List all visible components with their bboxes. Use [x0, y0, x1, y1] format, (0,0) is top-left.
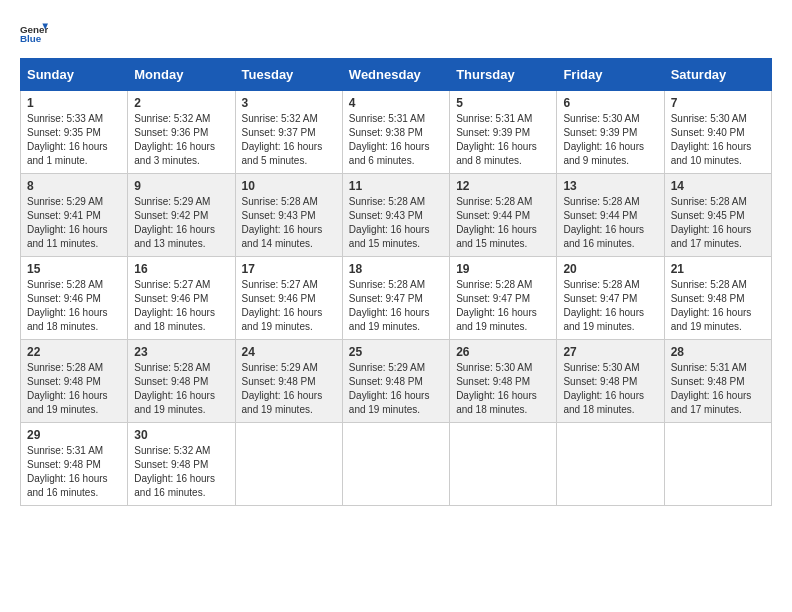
day-info: Sunrise: 5:30 AMSunset: 9:39 PMDaylight:… — [563, 112, 657, 168]
calendar-header-sunday: Sunday — [21, 59, 128, 91]
calendar-cell: 26Sunrise: 5:30 AMSunset: 9:48 PMDayligh… — [450, 340, 557, 423]
day-info: Sunrise: 5:29 AMSunset: 9:48 PMDaylight:… — [349, 361, 443, 417]
calendar-cell: 10Sunrise: 5:28 AMSunset: 9:43 PMDayligh… — [235, 174, 342, 257]
calendar-cell: 24Sunrise: 5:29 AMSunset: 9:48 PMDayligh… — [235, 340, 342, 423]
calendar-header-thursday: Thursday — [450, 59, 557, 91]
svg-text:Blue: Blue — [20, 33, 42, 44]
day-number: 19 — [456, 262, 550, 276]
day-info: Sunrise: 5:30 AMSunset: 9:48 PMDaylight:… — [563, 361, 657, 417]
day-info: Sunrise: 5:29 AMSunset: 9:48 PMDaylight:… — [242, 361, 336, 417]
day-number: 6 — [563, 96, 657, 110]
calendar-header-tuesday: Tuesday — [235, 59, 342, 91]
day-info: Sunrise: 5:28 AMSunset: 9:47 PMDaylight:… — [563, 278, 657, 334]
calendar-header-monday: Monday — [128, 59, 235, 91]
calendar-table: SundayMondayTuesdayWednesdayThursdayFrid… — [20, 58, 772, 506]
calendar-cell — [664, 423, 771, 506]
day-info: Sunrise: 5:31 AMSunset: 9:48 PMDaylight:… — [27, 444, 121, 500]
calendar-cell: 28Sunrise: 5:31 AMSunset: 9:48 PMDayligh… — [664, 340, 771, 423]
calendar-header-saturday: Saturday — [664, 59, 771, 91]
day-number: 13 — [563, 179, 657, 193]
calendar-cell: 27Sunrise: 5:30 AMSunset: 9:48 PMDayligh… — [557, 340, 664, 423]
day-number: 4 — [349, 96, 443, 110]
page-header: General Blue — [20, 20, 772, 48]
calendar-week-3: 15Sunrise: 5:28 AMSunset: 9:46 PMDayligh… — [21, 257, 772, 340]
calendar-cell: 5Sunrise: 5:31 AMSunset: 9:39 PMDaylight… — [450, 91, 557, 174]
calendar-cell: 22Sunrise: 5:28 AMSunset: 9:48 PMDayligh… — [21, 340, 128, 423]
day-number: 14 — [671, 179, 765, 193]
calendar-cell: 29Sunrise: 5:31 AMSunset: 9:48 PMDayligh… — [21, 423, 128, 506]
day-info: Sunrise: 5:31 AMSunset: 9:48 PMDaylight:… — [671, 361, 765, 417]
day-number: 30 — [134, 428, 228, 442]
calendar-cell: 6Sunrise: 5:30 AMSunset: 9:39 PMDaylight… — [557, 91, 664, 174]
calendar-cell: 25Sunrise: 5:29 AMSunset: 9:48 PMDayligh… — [342, 340, 449, 423]
day-number: 29 — [27, 428, 121, 442]
logo-icon: General Blue — [20, 20, 48, 48]
day-info: Sunrise: 5:30 AMSunset: 9:40 PMDaylight:… — [671, 112, 765, 168]
logo: General Blue — [20, 20, 48, 48]
calendar-cell: 19Sunrise: 5:28 AMSunset: 9:47 PMDayligh… — [450, 257, 557, 340]
day-info: Sunrise: 5:28 AMSunset: 9:48 PMDaylight:… — [134, 361, 228, 417]
calendar-week-2: 8Sunrise: 5:29 AMSunset: 9:41 PMDaylight… — [21, 174, 772, 257]
day-number: 10 — [242, 179, 336, 193]
calendar-cell: 2Sunrise: 5:32 AMSunset: 9:36 PMDaylight… — [128, 91, 235, 174]
day-info: Sunrise: 5:28 AMSunset: 9:47 PMDaylight:… — [456, 278, 550, 334]
day-info: Sunrise: 5:28 AMSunset: 9:43 PMDaylight:… — [349, 195, 443, 251]
calendar-cell: 23Sunrise: 5:28 AMSunset: 9:48 PMDayligh… — [128, 340, 235, 423]
day-number: 22 — [27, 345, 121, 359]
calendar-cell: 14Sunrise: 5:28 AMSunset: 9:45 PMDayligh… — [664, 174, 771, 257]
calendar-body: 1Sunrise: 5:33 AMSunset: 9:35 PMDaylight… — [21, 91, 772, 506]
day-number: 23 — [134, 345, 228, 359]
day-number: 5 — [456, 96, 550, 110]
calendar-cell: 30Sunrise: 5:32 AMSunset: 9:48 PMDayligh… — [128, 423, 235, 506]
day-number: 2 — [134, 96, 228, 110]
calendar-cell — [450, 423, 557, 506]
calendar-cell: 9Sunrise: 5:29 AMSunset: 9:42 PMDaylight… — [128, 174, 235, 257]
day-number: 1 — [27, 96, 121, 110]
day-number: 15 — [27, 262, 121, 276]
day-info: Sunrise: 5:27 AMSunset: 9:46 PMDaylight:… — [242, 278, 336, 334]
calendar-cell: 12Sunrise: 5:28 AMSunset: 9:44 PMDayligh… — [450, 174, 557, 257]
day-info: Sunrise: 5:28 AMSunset: 9:44 PMDaylight:… — [563, 195, 657, 251]
day-info: Sunrise: 5:30 AMSunset: 9:48 PMDaylight:… — [456, 361, 550, 417]
day-number: 21 — [671, 262, 765, 276]
day-info: Sunrise: 5:32 AMSunset: 9:36 PMDaylight:… — [134, 112, 228, 168]
day-info: Sunrise: 5:28 AMSunset: 9:43 PMDaylight:… — [242, 195, 336, 251]
day-number: 25 — [349, 345, 443, 359]
day-info: Sunrise: 5:32 AMSunset: 9:48 PMDaylight:… — [134, 444, 228, 500]
calendar-week-1: 1Sunrise: 5:33 AMSunset: 9:35 PMDaylight… — [21, 91, 772, 174]
day-info: Sunrise: 5:28 AMSunset: 9:47 PMDaylight:… — [349, 278, 443, 334]
day-info: Sunrise: 5:28 AMSunset: 9:44 PMDaylight:… — [456, 195, 550, 251]
day-info: Sunrise: 5:33 AMSunset: 9:35 PMDaylight:… — [27, 112, 121, 168]
day-number: 20 — [563, 262, 657, 276]
day-number: 17 — [242, 262, 336, 276]
day-info: Sunrise: 5:28 AMSunset: 9:48 PMDaylight:… — [27, 361, 121, 417]
calendar-cell: 21Sunrise: 5:28 AMSunset: 9:48 PMDayligh… — [664, 257, 771, 340]
day-info: Sunrise: 5:27 AMSunset: 9:46 PMDaylight:… — [134, 278, 228, 334]
day-info: Sunrise: 5:28 AMSunset: 9:46 PMDaylight:… — [27, 278, 121, 334]
calendar-cell: 20Sunrise: 5:28 AMSunset: 9:47 PMDayligh… — [557, 257, 664, 340]
calendar-cell: 15Sunrise: 5:28 AMSunset: 9:46 PMDayligh… — [21, 257, 128, 340]
calendar-header-wednesday: Wednesday — [342, 59, 449, 91]
calendar-cell — [557, 423, 664, 506]
calendar-header-friday: Friday — [557, 59, 664, 91]
calendar-cell: 17Sunrise: 5:27 AMSunset: 9:46 PMDayligh… — [235, 257, 342, 340]
calendar-cell: 11Sunrise: 5:28 AMSunset: 9:43 PMDayligh… — [342, 174, 449, 257]
day-number: 16 — [134, 262, 228, 276]
day-number: 27 — [563, 345, 657, 359]
day-info: Sunrise: 5:32 AMSunset: 9:37 PMDaylight:… — [242, 112, 336, 168]
day-number: 3 — [242, 96, 336, 110]
calendar-header-row: SundayMondayTuesdayWednesdayThursdayFrid… — [21, 59, 772, 91]
day-number: 8 — [27, 179, 121, 193]
day-info: Sunrise: 5:28 AMSunset: 9:45 PMDaylight:… — [671, 195, 765, 251]
calendar-week-4: 22Sunrise: 5:28 AMSunset: 9:48 PMDayligh… — [21, 340, 772, 423]
calendar-cell — [342, 423, 449, 506]
day-info: Sunrise: 5:29 AMSunset: 9:42 PMDaylight:… — [134, 195, 228, 251]
day-info: Sunrise: 5:31 AMSunset: 9:38 PMDaylight:… — [349, 112, 443, 168]
day-number: 18 — [349, 262, 443, 276]
day-number: 7 — [671, 96, 765, 110]
calendar-cell — [235, 423, 342, 506]
calendar-cell: 7Sunrise: 5:30 AMSunset: 9:40 PMDaylight… — [664, 91, 771, 174]
calendar-cell: 18Sunrise: 5:28 AMSunset: 9:47 PMDayligh… — [342, 257, 449, 340]
calendar-cell: 8Sunrise: 5:29 AMSunset: 9:41 PMDaylight… — [21, 174, 128, 257]
day-number: 24 — [242, 345, 336, 359]
